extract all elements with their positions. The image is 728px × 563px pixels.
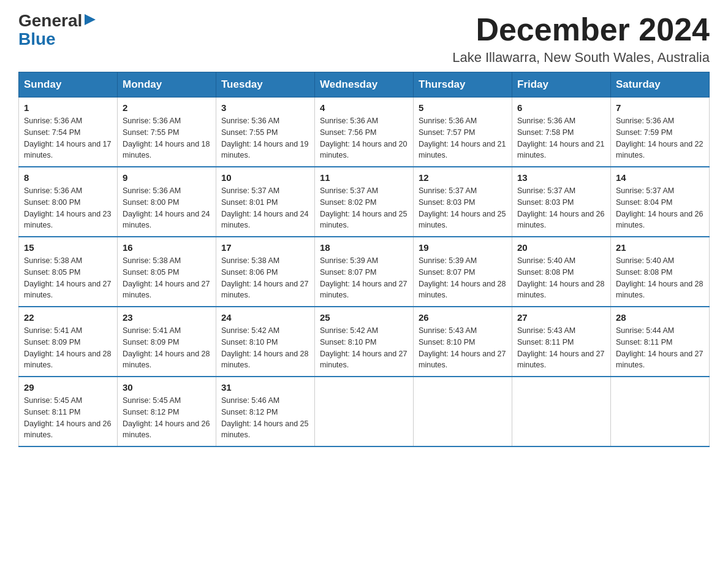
calendar-cell: 19 Sunrise: 5:39 AMSunset: 8:07 PMDaylig… xyxy=(414,237,512,307)
day-number: 19 xyxy=(419,242,507,253)
calendar-cell: 29 Sunrise: 5:45 AMSunset: 8:11 PMDaylig… xyxy=(19,377,118,446)
weekday-header-sunday: Sunday xyxy=(19,72,118,98)
day-info: Sunrise: 5:40 AMSunset: 8:08 PMDaylight:… xyxy=(616,255,704,301)
calendar-cell: 16 Sunrise: 5:38 AMSunset: 8:05 PMDaylig… xyxy=(118,237,216,307)
day-info: Sunrise: 5:41 AMSunset: 8:09 PMDaylight:… xyxy=(24,325,112,371)
day-info: Sunrise: 5:36 AMSunset: 7:57 PMDaylight:… xyxy=(419,115,507,161)
calendar-table: SundayMondayTuesdayWednesdayThursdayFrid… xyxy=(18,72,710,447)
calendar-week-row: 29 Sunrise: 5:45 AMSunset: 8:11 PMDaylig… xyxy=(19,377,710,446)
calendar-cell: 22 Sunrise: 5:41 AMSunset: 8:09 PMDaylig… xyxy=(19,307,118,377)
calendar-cell: 8 Sunrise: 5:36 AMSunset: 8:00 PMDayligh… xyxy=(19,167,118,237)
calendar-week-row: 8 Sunrise: 5:36 AMSunset: 8:00 PMDayligh… xyxy=(19,167,710,237)
location-title: Lake Illawarra, New South Wales, Austral… xyxy=(452,50,710,66)
calendar-cell: 15 Sunrise: 5:38 AMSunset: 8:05 PMDaylig… xyxy=(19,237,118,307)
day-number: 14 xyxy=(616,172,704,183)
day-number: 1 xyxy=(24,102,112,113)
calendar-cell: 7 Sunrise: 5:36 AMSunset: 7:59 PMDayligh… xyxy=(611,98,710,167)
day-number: 22 xyxy=(24,312,112,323)
day-info: Sunrise: 5:36 AMSunset: 7:56 PMDaylight:… xyxy=(320,115,408,161)
day-info: Sunrise: 5:43 AMSunset: 8:10 PMDaylight:… xyxy=(419,325,507,371)
day-info: Sunrise: 5:38 AMSunset: 8:05 PMDaylight:… xyxy=(24,255,112,301)
day-info: Sunrise: 5:41 AMSunset: 8:09 PMDaylight:… xyxy=(123,325,211,371)
calendar-cell: 14 Sunrise: 5:37 AMSunset: 8:04 PMDaylig… xyxy=(611,167,710,237)
calendar-cell: 27 Sunrise: 5:43 AMSunset: 8:11 PMDaylig… xyxy=(512,307,611,377)
calendar-cell: 20 Sunrise: 5:40 AMSunset: 8:08 PMDaylig… xyxy=(512,237,611,307)
day-info: Sunrise: 5:36 AMSunset: 8:00 PMDaylight:… xyxy=(24,185,112,231)
day-info: Sunrise: 5:36 AMSunset: 7:58 PMDaylight:… xyxy=(517,115,605,161)
calendar-cell: 10 Sunrise: 5:37 AMSunset: 8:01 PMDaylig… xyxy=(216,167,315,237)
calendar-cell: 30 Sunrise: 5:45 AMSunset: 8:12 PMDaylig… xyxy=(118,377,216,446)
weekday-header-monday: Monday xyxy=(118,72,216,98)
day-info: Sunrise: 5:42 AMSunset: 8:10 PMDaylight:… xyxy=(320,325,408,371)
weekday-header-saturday: Saturday xyxy=(611,72,710,98)
day-info: Sunrise: 5:39 AMSunset: 8:07 PMDaylight:… xyxy=(320,255,408,301)
day-number: 24 xyxy=(221,312,309,323)
day-number: 30 xyxy=(123,382,211,393)
day-info: Sunrise: 5:36 AMSunset: 8:00 PMDaylight:… xyxy=(123,185,211,231)
day-info: Sunrise: 5:44 AMSunset: 8:11 PMDaylight:… xyxy=(616,325,704,371)
day-number: 25 xyxy=(320,312,408,323)
svg-marker-0 xyxy=(85,14,96,25)
day-number: 26 xyxy=(419,312,507,323)
day-info: Sunrise: 5:38 AMSunset: 8:06 PMDaylight:… xyxy=(221,255,309,301)
day-number: 2 xyxy=(123,102,211,113)
day-info: Sunrise: 5:42 AMSunset: 8:10 PMDaylight:… xyxy=(221,325,309,371)
calendar-cell: 24 Sunrise: 5:42 AMSunset: 8:10 PMDaylig… xyxy=(216,307,315,377)
day-number: 20 xyxy=(517,242,605,253)
calendar-cell: 21 Sunrise: 5:40 AMSunset: 8:08 PMDaylig… xyxy=(611,237,710,307)
calendar-cell xyxy=(414,377,512,446)
day-info: Sunrise: 5:36 AMSunset: 7:59 PMDaylight:… xyxy=(616,115,704,161)
day-info: Sunrise: 5:37 AMSunset: 8:03 PMDaylight:… xyxy=(419,185,507,231)
calendar-cell: 1 Sunrise: 5:36 AMSunset: 7:54 PMDayligh… xyxy=(19,98,118,167)
day-number: 10 xyxy=(221,172,309,183)
day-number: 15 xyxy=(24,242,112,253)
calendar-cell: 18 Sunrise: 5:39 AMSunset: 8:07 PMDaylig… xyxy=(315,237,414,307)
day-info: Sunrise: 5:39 AMSunset: 8:07 PMDaylight:… xyxy=(419,255,507,301)
day-info: Sunrise: 5:37 AMSunset: 8:03 PMDaylight:… xyxy=(517,185,605,231)
calendar-cell: 17 Sunrise: 5:38 AMSunset: 8:06 PMDaylig… xyxy=(216,237,315,307)
calendar-cell: 11 Sunrise: 5:37 AMSunset: 8:02 PMDaylig… xyxy=(315,167,414,237)
calendar-week-row: 15 Sunrise: 5:38 AMSunset: 8:05 PMDaylig… xyxy=(19,237,710,307)
weekday-header-friday: Friday xyxy=(512,72,611,98)
calendar-cell: 25 Sunrise: 5:42 AMSunset: 8:10 PMDaylig… xyxy=(315,307,414,377)
weekday-header-wednesday: Wednesday xyxy=(315,72,414,98)
day-info: Sunrise: 5:40 AMSunset: 8:08 PMDaylight:… xyxy=(517,255,605,301)
day-info: Sunrise: 5:38 AMSunset: 8:05 PMDaylight:… xyxy=(123,255,211,301)
calendar-week-row: 1 Sunrise: 5:36 AMSunset: 7:54 PMDayligh… xyxy=(19,98,710,167)
calendar-cell: 6 Sunrise: 5:36 AMSunset: 7:58 PMDayligh… xyxy=(512,98,611,167)
calendar-cell: 5 Sunrise: 5:36 AMSunset: 7:57 PMDayligh… xyxy=(414,98,512,167)
calendar-cell: 31 Sunrise: 5:46 AMSunset: 8:12 PMDaylig… xyxy=(216,377,315,446)
day-number: 17 xyxy=(221,242,309,253)
day-number: 23 xyxy=(123,312,211,323)
calendar-cell xyxy=(315,377,414,446)
day-number: 5 xyxy=(419,102,507,113)
day-number: 3 xyxy=(221,102,309,113)
day-info: Sunrise: 5:46 AMSunset: 8:12 PMDaylight:… xyxy=(221,395,309,441)
day-info: Sunrise: 5:45 AMSunset: 8:12 PMDaylight:… xyxy=(123,395,211,441)
calendar-cell: 13 Sunrise: 5:37 AMSunset: 8:03 PMDaylig… xyxy=(512,167,611,237)
calendar-cell: 26 Sunrise: 5:43 AMSunset: 8:10 PMDaylig… xyxy=(414,307,512,377)
day-info: Sunrise: 5:45 AMSunset: 8:11 PMDaylight:… xyxy=(24,395,112,441)
day-number: 7 xyxy=(616,102,704,113)
day-number: 6 xyxy=(517,102,605,113)
day-number: 18 xyxy=(320,242,408,253)
day-info: Sunrise: 5:36 AMSunset: 7:54 PMDaylight:… xyxy=(24,115,112,161)
title-area: December 2024 Lake Illawarra, New South … xyxy=(452,12,710,66)
calendar-cell: 4 Sunrise: 5:36 AMSunset: 7:56 PMDayligh… xyxy=(315,98,414,167)
weekday-header-tuesday: Tuesday xyxy=(216,72,315,98)
calendar-cell xyxy=(512,377,611,446)
day-number: 13 xyxy=(517,172,605,183)
day-number: 8 xyxy=(24,172,112,183)
calendar-cell xyxy=(611,377,710,446)
logo-blue: Blue xyxy=(18,29,56,49)
day-number: 21 xyxy=(616,242,704,253)
logo-general: General xyxy=(18,12,82,29)
day-info: Sunrise: 5:37 AMSunset: 8:02 PMDaylight:… xyxy=(320,185,408,231)
day-number: 11 xyxy=(320,172,408,183)
calendar-cell: 3 Sunrise: 5:36 AMSunset: 7:55 PMDayligh… xyxy=(216,98,315,167)
calendar-week-row: 22 Sunrise: 5:41 AMSunset: 8:09 PMDaylig… xyxy=(19,307,710,377)
logo: General Blue xyxy=(18,12,97,49)
day-number: 27 xyxy=(517,312,605,323)
calendar-cell: 2 Sunrise: 5:36 AMSunset: 7:55 PMDayligh… xyxy=(118,98,216,167)
logo-arrow-icon xyxy=(83,13,97,26)
